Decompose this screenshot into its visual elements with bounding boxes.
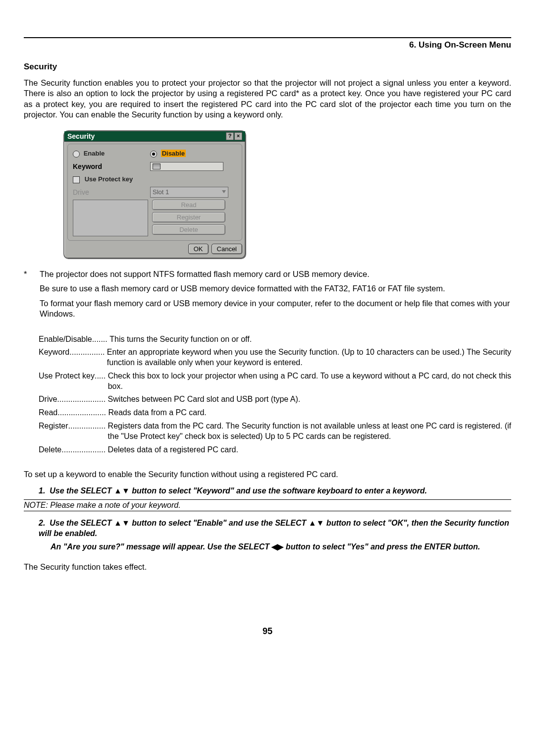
section-heading: Security (24, 62, 511, 72)
def-term: Register (39, 421, 68, 442)
enable-label: Enable (84, 150, 105, 157)
dialog-title-text: Security (67, 132, 226, 140)
step-2: 2. Use the SELECT button to select "Enab… (39, 518, 511, 539)
drive-value: Slot 1 (153, 188, 169, 196)
def-desc: Switches between PC Card slot and USB po… (108, 394, 511, 405)
up-triangle-icon (114, 486, 122, 495)
use-protect-label: Use Protect key (85, 175, 133, 183)
effect-line: The Security function takes effect. (24, 562, 511, 572)
left-triangle-icon (271, 542, 277, 551)
def-desc: Deletes data of a registered PC card. (108, 445, 511, 455)
up-triangle-icon (309, 519, 317, 527)
protect-key-listbox[interactable] (73, 200, 148, 236)
keyword-row-label: Keyword (70, 162, 146, 170)
top-rule (24, 37, 511, 38)
def-desc: Check this box to lock your projector wh… (108, 371, 511, 392)
radio-on-icon (150, 151, 157, 158)
disable-radio[interactable]: Disable (150, 150, 186, 158)
drive-row-label: Drive (70, 188, 146, 196)
page-number: 95 (24, 626, 511, 637)
read-button[interactable]: Read (152, 200, 225, 210)
security-dialog: Security ? × Enable Disable (63, 130, 246, 259)
note-keyword: NOTE: Please make a note of your keyword… (24, 499, 511, 511)
disable-label: Disable (161, 150, 186, 157)
use-protect-key-checkbox[interactable]: Use Protect key (70, 175, 133, 183)
steps-lead: To set up a keyword to enable the Securi… (24, 470, 511, 479)
footnote-block: * The projector does not support NTFS fo… (24, 269, 511, 320)
help-icon[interactable]: ? (226, 132, 234, 140)
keyword-input[interactable] (150, 162, 223, 171)
def-desc: Registers data from the PC card. The Sec… (108, 421, 511, 442)
close-icon[interactable]: × (234, 132, 242, 140)
footnote-2: Be sure to use a flash memory card or US… (40, 283, 511, 294)
dialog-titlebar: Security ? × (64, 131, 245, 142)
delete-button[interactable]: Delete (152, 224, 225, 235)
keyboard-icon (153, 163, 160, 169)
radio-off-icon (73, 151, 80, 158)
checkbox-icon (73, 176, 80, 183)
down-triangle-icon (122, 486, 130, 495)
down-triangle-icon (122, 519, 130, 527)
footnote-1: The projector does not support NTFS form… (40, 269, 511, 279)
definition-list: Enable/Disable ....... This turns the Se… (39, 334, 511, 455)
step-2-sub: An "Are you sure?" message will appear. … (51, 542, 511, 552)
footnote-3: To format your flash memory card or USB … (40, 298, 511, 320)
enable-radio[interactable]: Enable (70, 150, 146, 158)
asterisk: * (24, 269, 40, 320)
def-term: Drive (39, 394, 57, 405)
def-desc: Enter an appropriate keyword when you us… (107, 347, 511, 368)
down-triangle-icon (317, 519, 324, 527)
step-1: 1. Use the SELECT button to select "Keyw… (39, 486, 511, 496)
def-term: Enable/Disable (39, 334, 92, 345)
def-term: Keyword (39, 347, 69, 368)
ok-button[interactable]: OK (188, 244, 209, 254)
register-button[interactable]: Register (152, 212, 225, 222)
chapter-title: 6. Using On-Screen Menu (24, 40, 511, 50)
def-desc: This turns the Security function on or o… (109, 334, 511, 345)
def-term: Use Protect key (39, 371, 95, 392)
def-desc: Reads data from a PC card. (108, 408, 512, 418)
right-triangle-icon (277, 542, 283, 551)
drive-select[interactable]: Slot 1 (150, 187, 228, 198)
up-triangle-icon (114, 519, 122, 527)
def-term: Delete (39, 445, 61, 455)
cancel-button[interactable]: Cancel (212, 244, 242, 254)
def-term: Read (39, 408, 57, 418)
intro-paragraph: The Security function enables you to pro… (24, 78, 511, 120)
